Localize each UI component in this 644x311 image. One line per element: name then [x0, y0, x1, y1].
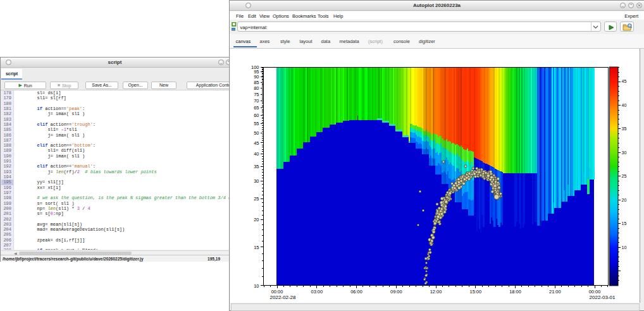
svg-text:90: 90	[254, 74, 259, 80]
svg-text:75: 75	[254, 92, 259, 97]
svg-text:80: 80	[254, 85, 259, 91]
svg-text:60: 60	[254, 113, 259, 118]
svg-text:45: 45	[622, 79, 627, 83]
svg-text:20: 20	[254, 217, 259, 223]
svg-text:00:00: 00:00	[589, 289, 601, 295]
svg-text:30: 30	[622, 150, 627, 155]
svg-text:03:00: 03:00	[311, 289, 323, 295]
svg-text:40: 40	[254, 151, 259, 157]
svg-text:65: 65	[254, 105, 259, 111]
svg-text:95: 95	[254, 69, 259, 75]
svg-text:100: 100	[251, 64, 259, 70]
svg-text:30: 30	[254, 178, 259, 184]
svg-text:18:00: 18:00	[509, 289, 521, 295]
svg-text:2022-02-28: 2022-02-28	[270, 295, 296, 300]
svg-text:06:00: 06:00	[350, 289, 362, 295]
svg-text:20: 20	[622, 198, 627, 202]
svg-text:2022-03-01: 2022-03-01	[590, 295, 616, 300]
svg-text:25: 25	[622, 174, 627, 178]
svg-text:25: 25	[254, 196, 259, 202]
svg-text:09:00: 09:00	[390, 289, 402, 295]
svg-text:15: 15	[622, 221, 627, 226]
svg-text:35: 35	[622, 126, 627, 131]
svg-text:21:00: 21:00	[549, 289, 561, 295]
svg-text:35: 35	[254, 164, 259, 169]
svg-text:12:00: 12:00	[430, 289, 442, 295]
svg-text:55: 55	[254, 121, 259, 126]
svg-text:45: 45	[254, 140, 259, 146]
svg-text:10: 10	[254, 283, 259, 289]
svg-text:70: 70	[254, 98, 259, 104]
svg-text:15: 15	[254, 245, 259, 250]
svg-text:85: 85	[254, 80, 259, 85]
svg-text:15:00: 15:00	[470, 289, 482, 295]
svg-text:40: 40	[622, 103, 627, 107]
svg-text:00:00: 00:00	[271, 289, 283, 295]
svg-text:10: 10	[622, 245, 627, 250]
svg-text:50: 50	[254, 130, 259, 136]
